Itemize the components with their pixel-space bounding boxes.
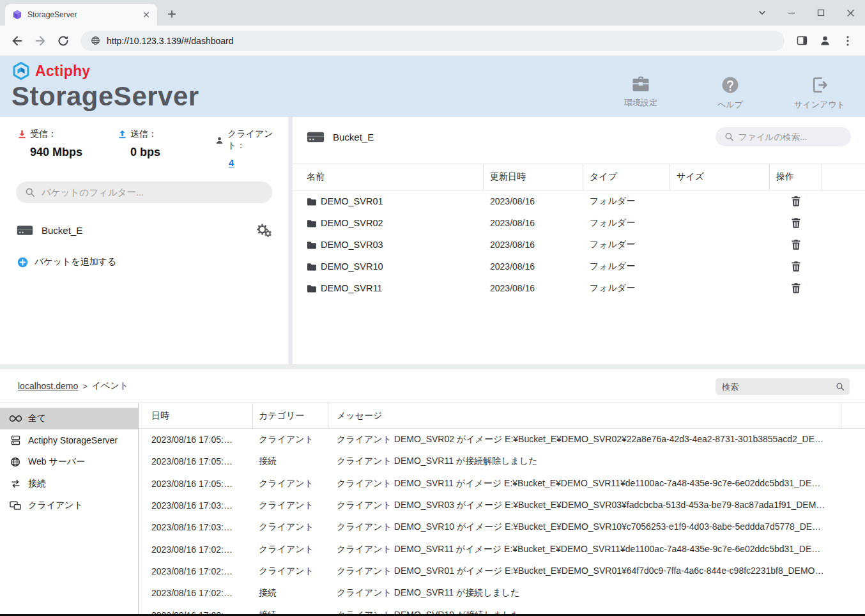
breadcrumb-separator: > <box>82 381 88 391</box>
event-search-input[interactable] <box>722 382 836 392</box>
sidebar-item-connection[interactable]: 接続 <box>0 473 138 495</box>
file-search-input[interactable] <box>716 127 851 146</box>
nav-item-label: ヘルプ <box>717 99 743 111</box>
file-browser-panel: Bucket_E 名前 更新日時 タイプ サイズ 操作 <box>293 117 865 364</box>
search-icon <box>724 132 734 142</box>
clients-count-link[interactable]: 4 <box>229 157 234 168</box>
folder-icon <box>307 241 316 249</box>
window-close-button[interactable] <box>836 0 865 26</box>
nav-item-signout[interactable]: サインアウト <box>781 75 858 111</box>
table-row[interactable]: DEMO_SVR02 2023/08/16 フォルダー <box>293 212 865 234</box>
column-header-message: メッセージ <box>328 403 841 428</box>
event-row: 2023/08/16 17:05:… クライアント クライアント DEMO_SV… <box>139 473 865 495</box>
delete-file-button[interactable] <box>791 196 801 207</box>
reload-button[interactable] <box>52 30 74 52</box>
forward-button[interactable] <box>29 30 51 52</box>
event-row: 2023/08/16 17:05:… 接続 クライアント DEMO_SVR11 … <box>139 450 865 472</box>
back-button[interactable] <box>6 30 28 52</box>
column-header-datetime: 日時 <box>139 403 253 428</box>
brand-name: Actiphy <box>35 63 90 80</box>
nav-item-label: 環境設定 <box>624 97 657 109</box>
column-header-type: タイプ <box>583 164 670 190</box>
chevron-down-icon <box>758 8 767 17</box>
bucket-title: Bucket_E <box>333 132 374 142</box>
event-datetime: 2023/08/16 17:02:… <box>139 566 253 576</box>
event-message: クライアント DEMO_SVR11 がイメージ E:¥Bucket_E¥DEMO… <box>328 478 841 489</box>
table-row[interactable]: DEMO_SVR10 2023/08/16 フォルダー <box>293 256 865 277</box>
file-name: DEMO_SVR03 <box>321 240 383 250</box>
close-icon <box>846 9 855 17</box>
bucket-filter-input[interactable] <box>16 181 272 203</box>
sidebar-item-label: 全て <box>28 413 46 424</box>
side-panel-button[interactable] <box>791 30 813 52</box>
browser-menu-button[interactable] <box>837 30 859 52</box>
forward-arrow-icon <box>34 35 47 47</box>
url-text: http://10.123.3.139/#/dashboard <box>107 36 234 46</box>
back-arrow-icon <box>11 35 24 47</box>
sidebar-item-client[interactable]: クライアント <box>0 495 138 516</box>
event-message: クライアント DEMO_SVR11 がイメージ E:¥Bucket_E¥DEMO… <box>328 544 841 555</box>
plus-icon <box>167 9 177 19</box>
delete-file-button[interactable] <box>791 261 801 272</box>
profile-button[interactable] <box>814 30 836 52</box>
maximize-icon <box>817 9 825 17</box>
send-value: 0 bps <box>130 146 215 159</box>
upload-icon <box>118 130 126 139</box>
column-header-size: サイズ <box>670 164 770 190</box>
sidebar-item-label: 接続 <box>28 478 46 489</box>
tab-close-icon[interactable] <box>141 9 152 20</box>
file-name: DEMO_SVR10 <box>321 261 383 272</box>
folder-icon <box>307 263 316 271</box>
bucket-settings-button[interactable] <box>256 224 272 237</box>
event-datetime: 2023/08/16 17:05:… <box>139 479 253 489</box>
main-content: 受信： 940 Mbps 送信： 0 bps <box>0 117 865 369</box>
window-minimize-button[interactable] <box>777 0 806 26</box>
web-globe-icon <box>8 457 22 467</box>
send-stat: 送信： 0 bps <box>118 128 215 169</box>
table-row[interactable]: DEMO_SVR01 2023/08/16 フォルダー <box>293 190 865 212</box>
file-updated: 2023/08/16 <box>484 196 583 206</box>
event-message: クライアント DEMO_SVR11 が接続解除しました <box>328 456 841 467</box>
search-icon[interactable] <box>836 382 845 391</box>
breadcrumb-host-link[interactable]: localhost.demo <box>18 381 78 391</box>
site-info-globe-icon[interactable] <box>91 36 100 45</box>
event-search-box[interactable] <box>716 378 850 395</box>
window-menu-button[interactable] <box>747 0 777 26</box>
bucket-list-item[interactable]: Bucket_E <box>0 216 288 244</box>
help-icon <box>721 75 740 95</box>
sidebar-item-storageserver[interactable]: Actiphy StorageServer <box>0 429 138 451</box>
folder-icon <box>307 197 316 206</box>
column-header-actions: 操作 <box>770 164 822 190</box>
drive-icon <box>17 224 33 237</box>
events-sidebar: 全て Actiphy StorageServer Web サーバー <box>0 403 139 616</box>
file-browser-header: Bucket_E <box>293 117 865 157</box>
browser-tab[interactable]: StorageServer <box>5 4 157 26</box>
tab-favicon-icon <box>12 10 22 20</box>
event-row: 2023/08/16 17:03:… クライアント クライアント DEMO_SV… <box>139 495 865 516</box>
nav-item-help[interactable]: ヘルプ <box>692 75 769 111</box>
nav-item-settings[interactable]: 環境設定 <box>602 75 679 111</box>
window-maximize-button[interactable] <box>806 0 836 26</box>
add-bucket-button[interactable]: バケットを追加する <box>0 249 288 275</box>
file-table-header: 名前 更新日時 タイプ サイズ 操作 <box>293 164 865 190</box>
delete-file-button[interactable] <box>791 217 801 229</box>
sidebar-item-webserver[interactable]: Web サーバー <box>0 451 138 473</box>
new-tab-button[interactable] <box>163 5 181 23</box>
delete-file-button[interactable] <box>791 282 801 294</box>
sidebar-item-all[interactable]: 全て <box>0 408 138 429</box>
browser-toolbar: http://10.123.3.139/#/dashboard <box>0 26 865 56</box>
delete-file-button[interactable] <box>791 239 801 250</box>
download-icon <box>18 130 26 139</box>
event-row: 2023/08/16 17:02:… クライアント クライアント DEMO_SV… <box>139 538 865 560</box>
file-updated: 2023/08/16 <box>484 283 583 293</box>
window-controls <box>747 0 865 26</box>
event-message: クライアント DEMO_SVR10 がイメージ E:¥Bucket_E¥DEMO… <box>328 521 841 533</box>
event-datetime: 2023/08/16 17:05:… <box>139 435 253 445</box>
file-type: フォルダー <box>583 282 670 294</box>
minimize-icon <box>788 9 795 17</box>
address-bar[interactable]: http://10.123.3.139/#/dashboard <box>80 31 785 51</box>
column-header-name: 名前 <box>293 164 484 190</box>
drive-icon <box>307 130 325 144</box>
table-row[interactable]: DEMO_SVR03 2023/08/16 フォルダー <box>293 234 865 256</box>
table-row[interactable]: DEMO_SVR11 2023/08/16 フォルダー <box>293 277 865 299</box>
